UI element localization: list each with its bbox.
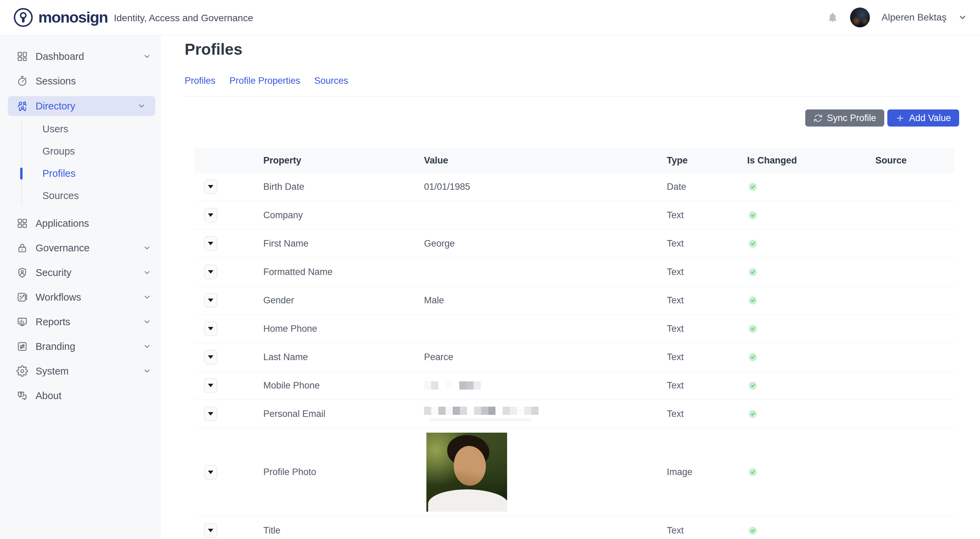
sidebar-item-workflows[interactable]: Workflows xyxy=(0,285,161,310)
chevron-down-icon xyxy=(137,102,146,110)
caret-down-icon xyxy=(208,185,213,188)
sidebar-item-sources[interactable]: Sources xyxy=(0,185,161,207)
tab-bar: Profiles Profile Properties Sources xyxy=(185,76,959,97)
type-cell: Text xyxy=(667,352,747,363)
sidebar-item-profiles[interactable]: Profiles xyxy=(0,162,161,185)
sidebar-item-label: Reports xyxy=(35,316,70,328)
chevron-down-icon xyxy=(143,318,151,326)
row-expand-button[interactable] xyxy=(204,465,217,480)
is-changed-cell xyxy=(747,325,875,333)
notifications-bell-icon[interactable] xyxy=(827,11,838,24)
table-row: Mobile Phone Text xyxy=(195,371,954,400)
sub-item-label: Groups xyxy=(42,146,75,157)
sidebar-item-groups[interactable]: Groups xyxy=(0,140,161,162)
check-icon xyxy=(749,268,757,276)
brand-tagline: Identity, Access and Governance xyxy=(114,13,253,24)
table-row: Formatted Name Text xyxy=(195,258,954,286)
row-expand-button[interactable] xyxy=(204,350,217,364)
page-title: Profiles xyxy=(185,39,959,59)
row-expand-button[interactable] xyxy=(204,407,217,421)
tab-sources[interactable]: Sources xyxy=(314,76,348,86)
sub-item-label: Profiles xyxy=(42,168,76,179)
sync-profile-button[interactable]: Sync Profile xyxy=(805,110,884,127)
property-cell: Profile Photo xyxy=(263,467,424,477)
caret-down-icon xyxy=(208,384,213,387)
table-row: Profile Photo Image xyxy=(195,428,954,517)
user-name[interactable]: Alperen Bektaş xyxy=(881,12,947,23)
table-row: Gender Male Text xyxy=(195,286,954,315)
row-expand-button[interactable] xyxy=(204,321,217,336)
sidebar-item-label: Security xyxy=(35,267,72,278)
header-value: Value xyxy=(424,155,667,166)
is-changed-cell xyxy=(747,410,875,418)
caret-down-icon xyxy=(208,355,213,359)
header-source: Source xyxy=(875,155,954,166)
tab-profiles[interactable]: Profiles xyxy=(185,76,215,86)
sidebar-item-dashboard[interactable]: Dashboard xyxy=(0,44,161,69)
type-cell: Image xyxy=(667,467,747,477)
property-cell: Gender xyxy=(263,295,424,306)
sidebar-item-governance[interactable]: Governance xyxy=(0,235,161,260)
caret-down-icon xyxy=(208,471,213,474)
directory-submenu: Users Groups Profiles Sources xyxy=(0,118,161,207)
user-avatar[interactable] xyxy=(850,8,870,27)
sidebar-item-users[interactable]: Users xyxy=(0,118,161,140)
row-expand-button[interactable] xyxy=(204,378,217,393)
caret-down-icon xyxy=(208,529,213,532)
row-expand-button[interactable] xyxy=(204,523,217,537)
is-changed-cell xyxy=(747,211,875,219)
sidebar-item-label: System xyxy=(35,366,69,377)
user-menu-chevron-down-icon[interactable] xyxy=(958,13,967,22)
sidebar-item-label: Branding xyxy=(35,341,75,352)
check-icon xyxy=(749,382,757,390)
sidebar-item-system[interactable]: System xyxy=(0,359,161,383)
table-row: Home Phone Text xyxy=(195,315,954,343)
sidebar-item-security[interactable]: Security xyxy=(0,260,161,285)
row-expand-button[interactable] xyxy=(204,293,217,307)
sidebar-item-label: About xyxy=(35,390,62,402)
main-content: Profiles Profiles Profile Properties Sou… xyxy=(161,35,980,539)
app-grid-icon xyxy=(16,218,28,229)
profile-photo xyxy=(426,432,507,512)
is-changed-cell xyxy=(747,382,875,390)
property-cell: First Name xyxy=(263,238,424,249)
row-expand-button[interactable] xyxy=(204,180,217,194)
type-cell: Text xyxy=(667,267,747,277)
sidebar-item-reports[interactable]: Reports xyxy=(0,310,161,334)
sidebar-item-directory[interactable]: Directory xyxy=(8,96,155,116)
is-changed-cell xyxy=(747,240,875,248)
row-expand-button[interactable] xyxy=(204,208,217,222)
row-expand-button[interactable] xyxy=(204,236,217,251)
value-cell xyxy=(424,407,667,421)
sidebar-item-sessions[interactable]: Sessions xyxy=(0,69,161,93)
check-icon xyxy=(749,325,757,333)
sidebar-item-label: Dashboard xyxy=(35,51,84,62)
value-cell: Male xyxy=(424,295,667,306)
sidebar-item-about[interactable]: About xyxy=(0,383,161,408)
sidebar-item-branding[interactable]: Branding xyxy=(0,334,161,359)
caret-down-icon xyxy=(208,242,213,245)
is-changed-cell xyxy=(747,297,875,304)
plus-icon xyxy=(896,114,905,123)
check-icon xyxy=(749,211,757,219)
shield-user-icon xyxy=(16,267,28,278)
value-cell xyxy=(424,432,667,512)
is-changed-cell xyxy=(747,468,875,476)
type-cell: Text xyxy=(667,380,747,391)
sidebar-item-applications[interactable]: Applications xyxy=(0,211,161,235)
table-body: Birth Date 01/01/1985 Date Company Text xyxy=(195,173,954,539)
tab-profile-properties[interactable]: Profile Properties xyxy=(229,76,300,86)
sidebar-item-label: Directory xyxy=(35,100,75,112)
table-row: First Name George Text xyxy=(195,229,954,258)
value-cell: 01/01/1985 xyxy=(424,181,667,192)
row-expand-button[interactable] xyxy=(204,265,217,279)
table-header: Property Value Type Is Changed Source xyxy=(195,148,954,173)
monosign-logo-icon xyxy=(13,7,33,28)
add-value-button[interactable]: Add Value xyxy=(887,110,959,127)
value-cell xyxy=(424,382,667,390)
dashboard-icon xyxy=(16,51,28,62)
check-icon xyxy=(749,527,757,534)
add-value-label: Add Value xyxy=(909,113,951,124)
gear-icon xyxy=(16,365,28,377)
chevron-down-icon xyxy=(143,342,151,351)
